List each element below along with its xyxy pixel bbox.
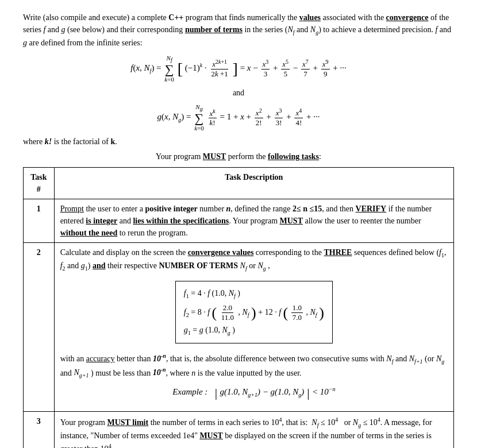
formula-f: f(x, Nf) = Nf ∑ k=0 [ (−1)k · x2k+1 2k +… <box>23 55 454 83</box>
intro-paragraph: Write (also compile and execute) a compl… <box>23 11 454 49</box>
table-row: 1 Prompt the user to enter a positive in… <box>24 199 454 243</box>
col-task-desc: Task Description <box>54 168 453 199</box>
col-task-num: Task # <box>24 168 55 199</box>
task-num-3: 3 <box>24 412 55 448</box>
task-desc-2: Calculate and display on the screen the … <box>54 243 453 412</box>
where-text: where k! is the factorial of k. <box>23 137 454 146</box>
and-separator: and <box>23 88 454 98</box>
task-table: Task # Task Description 1 Prompt the use… <box>23 167 454 448</box>
task-num-2: 2 <box>24 243 55 412</box>
table-row: 2 Calculate and display on the screen th… <box>24 243 454 412</box>
formula-g: g(x, Ng) = Ng ∑ k=0 xk k! = 1 + x + x2 2… <box>23 103 454 132</box>
table-row: 3 Your program MUST limit the number of … <box>24 412 454 448</box>
must-perform-text: Your program MUST perform the following … <box>23 152 454 161</box>
inner-formulas-box: f1 = 4 · f (1.0, Nf ) f2 = 8 · f ( 2.0 1… <box>175 281 333 343</box>
task-num-1: 1 <box>24 199 55 243</box>
task-desc-1: Prompt the user to enter a positive inte… <box>54 199 453 243</box>
task-desc-3: Your program MUST limit the number of te… <box>54 412 453 448</box>
